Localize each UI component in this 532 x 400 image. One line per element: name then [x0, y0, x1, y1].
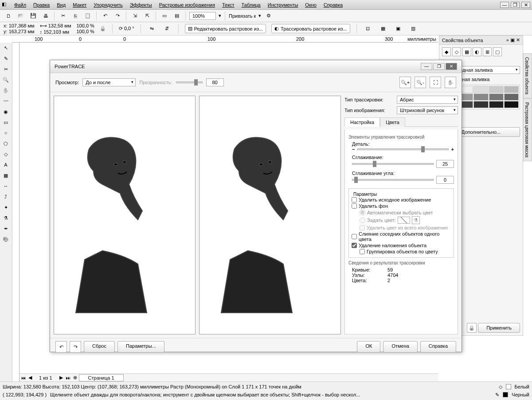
smoothing-slider[interactable]: [352, 163, 434, 165]
edit-bitmap-button[interactable]: ▨Редактировать растровое из...: [185, 24, 266, 33]
preview-after[interactable]: Engla: [199, 96, 341, 334]
dialog-close-button[interactable]: ✕: [446, 63, 457, 70]
menu-text[interactable]: Текст: [219, 1, 238, 8]
welcome-button[interactable]: ▤: [172, 11, 182, 21]
trace-type-select[interactable]: Абрис: [397, 96, 458, 104]
outline-swatch[interactable]: [503, 392, 508, 397]
menu-tools[interactable]: Инструменты: [264, 1, 302, 8]
undo-button[interactable]: ↶: [100, 11, 110, 21]
menu-layout[interactable]: Макет: [69, 1, 90, 8]
page-next-button[interactable]: ▶: [58, 375, 65, 381]
chk-group-by-color[interactable]: Группировка объектов по цвету: [352, 249, 451, 255]
dimension-tool[interactable]: ↔: [0, 181, 12, 191]
panel-menu-icon[interactable]: »: [506, 37, 509, 43]
zoom-dropdown-icon[interactable]: ▾: [219, 13, 221, 19]
open-button[interactable]: 📂: [16, 11, 26, 21]
table-tool[interactable]: ▦: [0, 170, 12, 181]
reset-button[interactable]: Сброс: [84, 341, 115, 353]
swatch[interactable]: [489, 101, 504, 108]
scalex-value[interactable]: 100,0: [76, 23, 89, 28]
zoom-in-button[interactable]: 🔍+: [399, 77, 411, 88]
swatch[interactable]: [473, 101, 488, 108]
y-value[interactable]: 163,273 мм: [9, 29, 35, 34]
corner-value[interactable]: 0: [436, 176, 454, 184]
width-value[interactable]: 132,58 мм: [48, 23, 71, 28]
image-type-select[interactable]: Штриховой рисунок: [397, 106, 458, 114]
shape-tool[interactable]: ✎: [0, 53, 12, 64]
chk-merge-adjacent[interactable]: Слияние соседних объектов одного цвета: [352, 231, 451, 242]
options-button[interactable]: Параметры...: [117, 341, 164, 353]
docker-tab-properties[interactable]: Свойства объекта: [523, 53, 532, 98]
panel-dock-icon[interactable]: ▣: [510, 37, 515, 43]
dialog-minimize-button[interactable]: —: [421, 63, 432, 70]
outline-tab-icon[interactable]: ◇: [452, 47, 461, 56]
text-tool[interactable]: A: [0, 159, 12, 170]
connector-tool[interactable]: ⤴: [0, 191, 12, 202]
swatch[interactable]: [473, 93, 488, 101]
swatch[interactable]: [489, 93, 504, 101]
swatch[interactable]: [504, 101, 519, 108]
lock-panel-button[interactable]: 🔒: [467, 323, 477, 333]
options-button[interactable]: ⚙: [264, 11, 274, 21]
zoom-tool[interactable]: 🔍: [0, 74, 12, 85]
fill-swatch[interactable]: [506, 384, 511, 389]
undo-trace-button[interactable]: ↶: [55, 341, 67, 353]
cut-button[interactable]: ✂: [58, 11, 68, 21]
wrap-button[interactable]: ▣: [393, 24, 403, 34]
export-button[interactable]: ⇱: [142, 11, 152, 21]
launch-button[interactable]: ▭: [160, 11, 169, 21]
fill-tool[interactable]: 🎨: [0, 234, 12, 245]
help-button[interactable]: Справка: [420, 341, 456, 353]
import-button[interactable]: ⇲: [130, 11, 140, 21]
scaley-value[interactable]: 100,0: [76, 29, 89, 34]
menu-help[interactable]: Справка: [320, 1, 346, 8]
chk-delete-source[interactable]: Удалить исходное изображение: [352, 197, 451, 203]
menu-effects[interactable]: Эффекты: [126, 1, 156, 8]
align-button[interactable]: ▥: [408, 24, 418, 34]
dialog-maximize-button[interactable]: ❐: [433, 63, 445, 70]
preview-mode-select[interactable]: До и после: [82, 78, 136, 86]
swatch[interactable]: [504, 93, 519, 101]
detail-slider[interactable]: [357, 148, 448, 150]
page-first-button[interactable]: ⏮: [20, 375, 27, 381]
tab-settings[interactable]: Настройка: [344, 117, 380, 127]
freehand-tool[interactable]: 〰: [0, 96, 12, 106]
zoom-out-button[interactable]: 🔍-: [415, 77, 426, 88]
rectangle-tool[interactable]: ▭: [0, 117, 12, 128]
zoom-level[interactable]: 100%: [189, 12, 216, 20]
outline-tool[interactable]: ✒: [0, 223, 12, 234]
smart-fill-tool[interactable]: ◉: [0, 106, 12, 117]
polygon-tool[interactable]: ⬠: [0, 138, 12, 149]
paste-button[interactable]: 📋: [83, 11, 93, 21]
page-tab[interactable]: Страница 1: [79, 374, 124, 381]
crop-button[interactable]: ⊡: [363, 24, 373, 34]
new-button[interactable]: 🗋: [4, 11, 13, 21]
page-add-button[interactable]: ⊕: [72, 375, 79, 381]
flip-v-button[interactable]: ⇵: [162, 24, 172, 34]
transparency-tab-icon[interactable]: ▦: [462, 47, 471, 56]
minus-icon[interactable]: −: [352, 147, 355, 152]
menu-file[interactable]: Файл: [11, 1, 30, 8]
copy-button[interactable]: ⎘: [70, 11, 80, 21]
menu-table[interactable]: Таблица: [238, 1, 264, 8]
x-value[interactable]: 107,368 мм: [9, 23, 35, 28]
plus-icon[interactable]: +: [451, 147, 454, 152]
gradient-tab-icon[interactable]: ◐: [473, 47, 481, 56]
opacity-slider[interactable]: [176, 82, 203, 83]
swatch[interactable]: [489, 86, 504, 93]
pan-tool[interactable]: ✋: [0, 85, 12, 96]
flip-h-button[interactable]: ⇋: [147, 24, 157, 34]
menu-bitmaps[interactable]: Растровые изображения: [156, 1, 219, 8]
print-button[interactable]: 🖶: [41, 11, 51, 21]
lock-icon[interactable]: 🔒: [100, 26, 106, 31]
page-prev-button[interactable]: ◀: [27, 375, 34, 381]
crop-tool[interactable]: ✂: [0, 64, 12, 74]
menu-view[interactable]: Вид: [53, 1, 69, 8]
panel-close-icon[interactable]: ✕: [516, 37, 520, 43]
minimize-button[interactable]: —: [500, 2, 509, 8]
swatch[interactable]: [504, 86, 519, 93]
height-value[interactable]: 152,103 мм: [43, 29, 69, 35]
fill-tab-icon[interactable]: ◆: [442, 47, 451, 56]
tab-colors[interactable]: Цвета: [380, 117, 405, 127]
trace-bitmap-button[interactable]: ◐Трассировать растровое из...: [271, 24, 350, 33]
